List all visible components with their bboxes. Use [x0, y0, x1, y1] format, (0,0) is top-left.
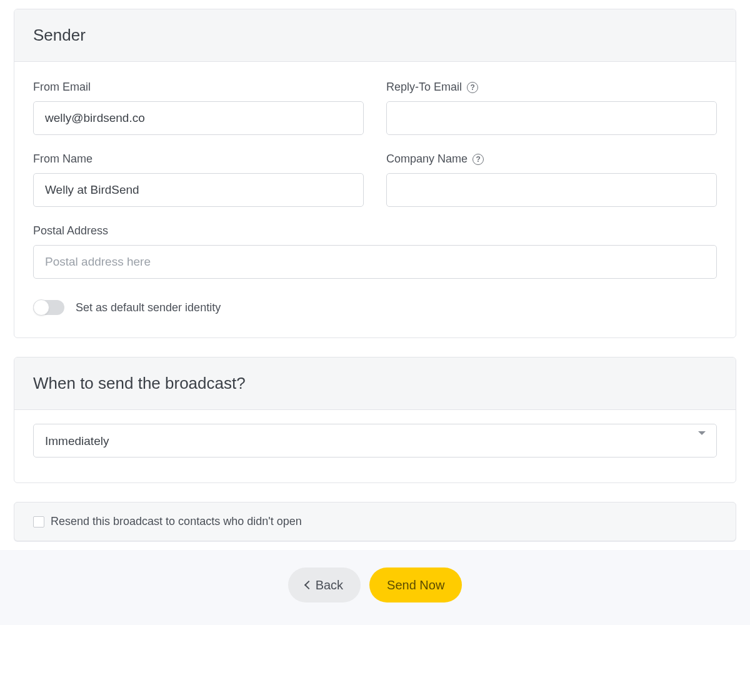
postal-address-row: Postal Address [33, 224, 717, 279]
sender-panel-header: Sender [14, 9, 736, 62]
company-name-input[interactable] [386, 173, 717, 207]
resend-checkbox[interactable] [33, 516, 44, 528]
default-sender-toggle-label: Set as default sender identity [76, 301, 221, 314]
from-name-input[interactable] [33, 173, 364, 207]
chevron-left-icon [304, 581, 313, 589]
help-icon[interactable]: ? [472, 154, 484, 165]
schedule-panel-body: Immediately [14, 410, 736, 482]
footer-actions: Back Send Now [0, 550, 750, 625]
company-name-label: Company Name ? [386, 152, 717, 166]
back-button-label: Back [316, 578, 343, 592]
from-name-row: From Name [33, 152, 364, 207]
company-name-label-text: Company Name [386, 152, 468, 166]
from-email-row: From Email [33, 81, 364, 135]
reply-to-email-label: Reply-To Email ? [386, 81, 717, 94]
sender-title: Sender [33, 26, 717, 45]
schedule-select[interactable]: Immediately [33, 424, 717, 458]
company-name-row: Company Name ? [386, 152, 717, 207]
send-now-button-label: Send Now [387, 578, 444, 592]
reply-to-email-input[interactable] [386, 101, 717, 135]
schedule-panel-header: When to send the broadcast? [14, 358, 736, 410]
sender-panel: Sender From Email Reply-To Email ? From … [14, 9, 736, 338]
default-sender-toggle[interactable] [33, 300, 64, 315]
help-icon[interactable]: ? [467, 82, 478, 93]
from-email-label: From Email [33, 81, 364, 94]
toggle-knob [33, 299, 49, 316]
from-email-input[interactable] [33, 101, 364, 135]
default-sender-toggle-row: Set as default sender identity [33, 300, 717, 315]
resend-label: Resend this broadcast to contacts who di… [51, 515, 302, 528]
sender-panel-body: From Email Reply-To Email ? From Name [14, 62, 736, 338]
reply-to-email-label-text: Reply-To Email [386, 81, 462, 94]
schedule-panel: When to send the broadcast? Immediately [14, 357, 736, 483]
from-name-label: From Name [33, 152, 364, 166]
resend-panel: Resend this broadcast to contacts who di… [14, 502, 736, 541]
schedule-title: When to send the broadcast? [33, 374, 717, 393]
send-now-button[interactable]: Send Now [369, 568, 462, 602]
reply-to-email-row: Reply-To Email ? [386, 81, 717, 135]
postal-address-input[interactable] [33, 245, 717, 279]
schedule-select-wrap: Immediately [33, 424, 717, 458]
postal-address-label: Postal Address [33, 224, 717, 238]
back-button[interactable]: Back [288, 568, 361, 602]
